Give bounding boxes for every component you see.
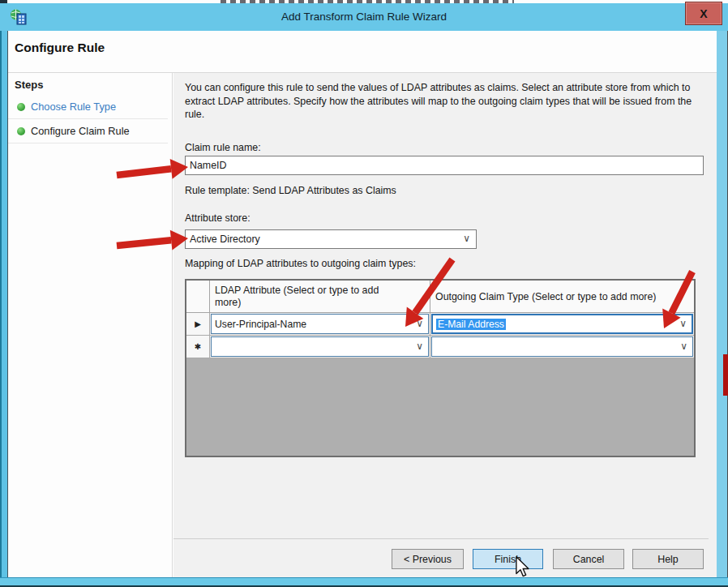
row-selector-current[interactable]: ▶ (186, 313, 210, 335)
step-item-choose-rule-type[interactable]: Choose Rule Type (8, 95, 168, 119)
rule-template-label: Rule template: Send LDAP Attributes as C… (185, 185, 396, 196)
cancel-button[interactable]: Cancel (553, 549, 624, 569)
finish-button[interactable]: Finish (473, 549, 543, 569)
outgoing-claim-type-cell: ∨ (430, 336, 694, 358)
red-annotation-mark (723, 354, 728, 396)
claim-rule-name-input[interactable] (185, 156, 704, 175)
ldap-attribute-combobox-empty[interactable]: ∨ (211, 336, 429, 357)
screen: Add Transform Claim Rule Wizard X Config… (0, 0, 728, 587)
mapping-table: LDAP Attribute (Select or type to add mo… (185, 279, 696, 457)
close-icon: X (700, 7, 707, 20)
step-bullet-icon (17, 103, 25, 111)
attribute-store-label: Attribute store: (185, 212, 251, 224)
step-label: Configure Claim Rule (31, 125, 130, 137)
ldap-attribute-combobox[interactable]: User-Principal-Name ∨ (211, 314, 429, 334)
ldap-attribute-cell: User-Principal-Name ∨ (210, 313, 430, 335)
mapping-label: Mapping of LDAP attributes to outgoing c… (185, 258, 416, 269)
step-bullet-icon (17, 127, 25, 135)
row-selector-header (186, 281, 210, 312)
mapping-table-header: LDAP Attribute (Select or type to add mo… (186, 281, 694, 313)
outgoing-claim-type-column-header: Outgoing Claim Type (Select or type to a… (430, 281, 694, 312)
row-selector-new[interactable]: ✱ (186, 336, 210, 358)
outgoing-claim-type-combobox-empty[interactable]: ∨ (431, 336, 693, 357)
attribute-store-value: Active Directory (190, 234, 260, 245)
claim-rule-name-label: Claim rule name: (185, 142, 261, 153)
page-title: Configure Rule (15, 41, 105, 55)
selected-text: E-Mail Address (436, 319, 506, 330)
ldap-attribute-cell: ∨ (210, 336, 430, 358)
titlebar: Add Transform Claim Rule Wizard (0, 3, 728, 31)
step-item-configure-claim-rule[interactable]: Configure Claim Rule (8, 119, 168, 144)
chevron-down-icon: ∨ (416, 318, 423, 329)
window-title: Add Transform Claim Rule Wizard (0, 11, 728, 23)
chevron-down-icon: ∨ (463, 233, 470, 244)
header-band (8, 31, 717, 73)
steps-heading: Steps (15, 79, 43, 91)
step-label: Choose Rule Type (31, 101, 116, 113)
attribute-store-combobox[interactable]: Active Directory ∨ (185, 229, 477, 249)
chevron-down-icon: ∨ (680, 341, 687, 352)
table-row: ▶ User-Principal-Name ∨ E-Mail Address ∨ (186, 313, 694, 336)
previous-button[interactable]: < Previous (392, 549, 464, 569)
window-border-bottom (0, 577, 728, 587)
steps-sidebar (8, 73, 173, 577)
close-button[interactable]: X (685, 2, 722, 25)
rule-description: You can configure this rule to send the … (185, 81, 710, 122)
chevron-down-icon: ∨ (679, 318, 687, 329)
ldap-attribute-column-header: LDAP Attribute (Select or type to add mo… (210, 281, 430, 312)
window-border-right (717, 3, 728, 587)
step-separator (8, 143, 168, 144)
outgoing-claim-type-cell: E-Mail Address ∨ (430, 313, 694, 335)
outgoing-claim-type-combobox[interactable]: E-Mail Address ∨ (431, 314, 693, 334)
header-separator (8, 72, 717, 73)
mouse-cursor (516, 556, 529, 577)
chevron-down-icon: ∨ (416, 341, 423, 352)
help-button[interactable]: Help (632, 549, 704, 569)
table-row-new: ✱ ∨ ∨ (186, 336, 694, 358)
footer-separator (173, 538, 709, 539)
window-border-left (0, 3, 8, 587)
